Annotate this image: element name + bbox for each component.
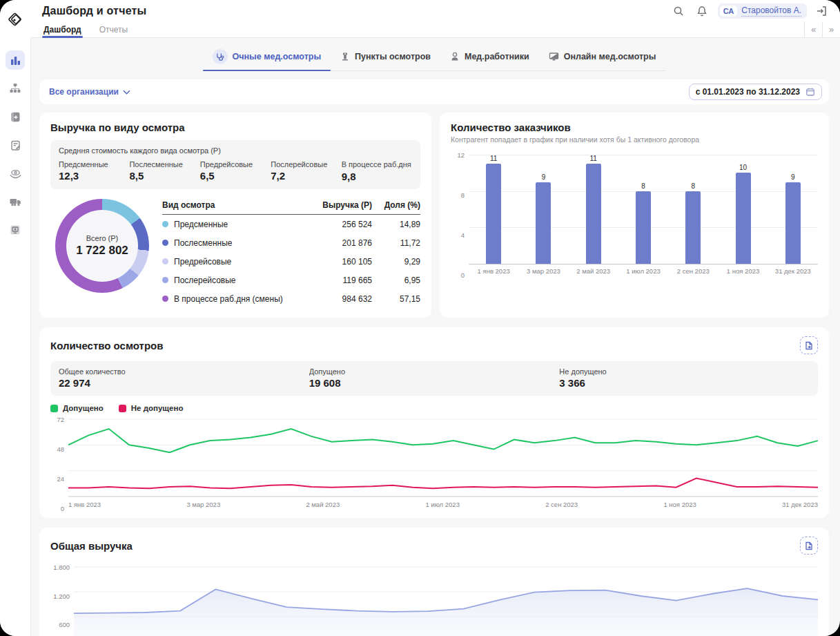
hands-care-icon bbox=[9, 167, 22, 180]
calendar-icon bbox=[805, 87, 815, 97]
logout-icon bbox=[816, 6, 827, 17]
sidebar-item-dashboard[interactable] bbox=[6, 50, 25, 70]
sidebar-item-journal[interactable] bbox=[6, 107, 25, 126]
table-row: Послесменные201 87611,72 bbox=[162, 233, 420, 252]
user-name: Старовойтов А. bbox=[741, 6, 801, 17]
pager-prev-button[interactable]: « bbox=[804, 21, 822, 37]
series-color-dot bbox=[162, 240, 168, 246]
bar-value-label: 9 bbox=[791, 173, 795, 181]
y-tick-label: 600 bbox=[59, 621, 70, 628]
inspections-stats-row: Общее количество22 974Допущено19 608Не д… bbox=[59, 367, 810, 389]
stat-label: Предсменные bbox=[59, 160, 129, 168]
row-type: Послесменные bbox=[162, 238, 306, 248]
stat-value: 22 974 bbox=[59, 377, 309, 389]
tab-online-exams[interactable]: Онлайн мед.осмотры bbox=[539, 45, 666, 70]
chart-legend: ДопущеноНе допущено bbox=[50, 404, 818, 412]
x-tick-label: 1 июл 2023 bbox=[618, 267, 668, 275]
inspections-card: Количество осмотров Общее количество22 9… bbox=[39, 327, 829, 518]
search-button[interactable] bbox=[670, 2, 687, 20]
donut-center-label: Всего (Р) bbox=[86, 234, 119, 242]
logout-button[interactable] bbox=[812, 2, 830, 20]
notifications-button[interactable] bbox=[693, 2, 711, 20]
user-menu[interactable]: СА Старовойтов А. bbox=[718, 3, 807, 19]
bar-value-label: 8 bbox=[641, 182, 645, 190]
bar-chart-icon bbox=[10, 55, 21, 66]
sidebar bbox=[0, 38, 31, 636]
line-series-Не допущено bbox=[68, 479, 818, 489]
date-range-field[interactable]: с 01.01.2023 по 31.12.2023 bbox=[689, 84, 822, 100]
export-button[interactable] bbox=[800, 537, 818, 555]
stat-value: 12,3 bbox=[59, 170, 129, 182]
stat-value: 7,2 bbox=[271, 170, 341, 182]
bar-series: 1191188109 bbox=[469, 155, 818, 264]
bar-cell: 11 bbox=[469, 155, 518, 264]
header-tab-bar: Дашборд Отчеты « » bbox=[31, 21, 840, 38]
stat-label: Предрейсовые bbox=[200, 160, 271, 168]
bar-value-label: 9 bbox=[542, 173, 546, 181]
tab-label: Онлайн мед.осмотры bbox=[564, 52, 656, 61]
donut-center-value: 1 722 802 bbox=[76, 244, 128, 258]
tab-label: Мед.работники bbox=[465, 52, 529, 61]
bar bbox=[586, 164, 601, 264]
section-tab-bar: Очные мед.осмотры Пункты осмотров Мед.ра… bbox=[203, 45, 666, 71]
table-row: Предсменные256 52414,89 bbox=[162, 215, 420, 233]
bar bbox=[536, 182, 551, 264]
customers-card: Количество заказчиков Контрагент попадае… bbox=[440, 113, 829, 318]
bar-value-label: 11 bbox=[490, 155, 497, 162]
tab-label: Очные мед.осмотры bbox=[233, 52, 322, 61]
bar-cell: 8 bbox=[668, 155, 718, 264]
bell-icon bbox=[696, 6, 707, 17]
pager: « » bbox=[804, 21, 840, 37]
tab-dashboard[interactable]: Дашборд bbox=[42, 21, 83, 37]
col-header-revenue: Выручка (Р) bbox=[306, 200, 372, 210]
tab-reports[interactable]: Отчеты bbox=[98, 21, 129, 37]
logo-icon bbox=[7, 10, 25, 28]
stat-value: 19 608 bbox=[309, 377, 560, 389]
tab-onsite-exams[interactable]: Очные мед.осмотры bbox=[203, 45, 331, 70]
total-revenue-area-chart: 1.8001.2006000 1 янв 20233 мар 20232 май… bbox=[50, 567, 818, 636]
legend-swatch bbox=[50, 405, 58, 412]
checkpoint-icon bbox=[340, 52, 350, 61]
sidebar-item-care[interactable] bbox=[6, 164, 25, 183]
sidebar-item-documents[interactable] bbox=[6, 135, 25, 155]
export-file-icon bbox=[805, 541, 813, 550]
legend-item[interactable]: Допущено bbox=[50, 404, 104, 412]
sidebar-item-vehicles[interactable] bbox=[6, 192, 25, 211]
inspections-line-chart: 7248240 1 янв 20233 мар 20232 май 20231 … bbox=[50, 419, 818, 508]
app-logo[interactable] bbox=[0, 0, 31, 38]
table-row: В процессе раб.дня (смены)984 63257,15 bbox=[162, 289, 420, 308]
card-title: Выручка по виду осмотра bbox=[50, 122, 420, 133]
y-tick-label: 0 bbox=[61, 505, 64, 512]
revenue-donut-chart: Всего (Р) 1 722 802 bbox=[55, 199, 149, 293]
organization-select[interactable]: Все организации bbox=[49, 87, 130, 97]
card-subtitle: Контрагент попадает в график при наличии… bbox=[451, 135, 818, 144]
book-plus-icon bbox=[10, 111, 21, 123]
avg-stat: Предсменные12,3 bbox=[59, 160, 129, 182]
series-color-dot bbox=[162, 258, 168, 264]
bar bbox=[736, 173, 751, 264]
donut-center: Всего (Р) 1 722 802 bbox=[66, 210, 138, 282]
stethoscope-icon bbox=[213, 49, 228, 64]
pager-next-button[interactable]: » bbox=[822, 21, 840, 37]
truck-icon bbox=[9, 195, 22, 209]
med-worker-icon bbox=[450, 52, 460, 61]
organization-select-value: Все организации bbox=[49, 87, 119, 97]
avg-cost-panel: Средння стоимость каждого вида осмотра (… bbox=[50, 140, 420, 189]
x-tick-label: 1 янв 2023 bbox=[469, 267, 518, 275]
sidebar-item-structure[interactable] bbox=[6, 79, 25, 98]
gridline bbox=[469, 264, 818, 264]
avg-stat: Послерейсовые7,2 bbox=[271, 160, 341, 182]
tab-med-workers[interactable]: Мед.работники bbox=[440, 45, 539, 70]
tab-exam-points[interactable]: Пункты осмотров bbox=[331, 45, 440, 70]
legend-item[interactable]: Не допущено bbox=[119, 404, 184, 412]
y-tick-label: 1.800 bbox=[53, 563, 70, 571]
series-color-dot bbox=[162, 277, 168, 283]
sidebar-item-terminal[interactable] bbox=[6, 220, 25, 240]
bar bbox=[636, 191, 651, 264]
row-label: Предсменные bbox=[174, 220, 228, 229]
y-tick-label: 8 bbox=[461, 191, 465, 199]
revenue-table-header: Вид осмотра Выручка (Р) Доля (%) bbox=[162, 199, 420, 215]
bar-cell: 9 bbox=[768, 155, 818, 264]
x-tick-label: 31 дек 2023 bbox=[782, 501, 818, 508]
export-button[interactable] bbox=[800, 336, 818, 354]
